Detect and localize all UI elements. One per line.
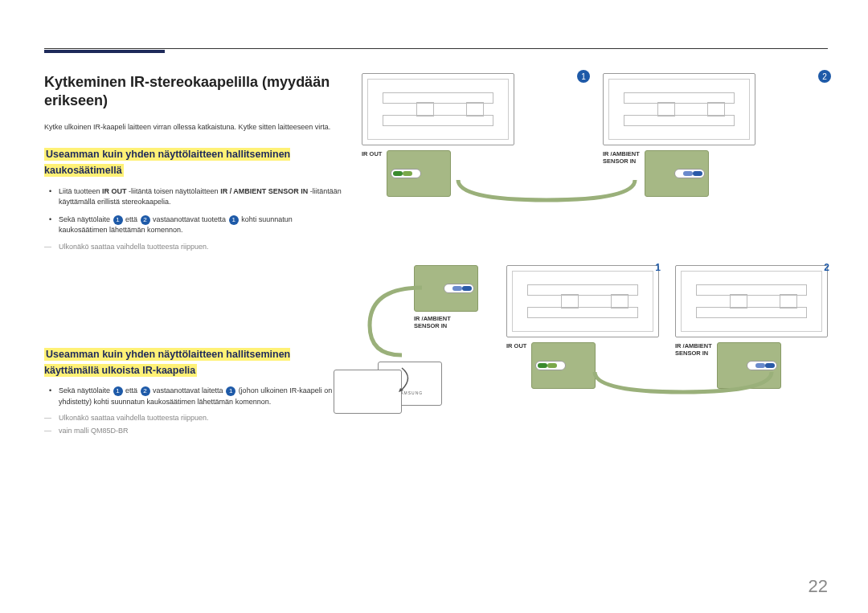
ref-badge-2-icon: 2 xyxy=(141,386,150,396)
section2-list: Sekä näyttölaite 1 että 2 vastaanottavat… xyxy=(44,386,342,407)
label-line: IR /AMBIENT xyxy=(603,150,640,157)
port-label-ir-out: IR OUT xyxy=(506,342,526,349)
diagram-row-2: IR /AMBIENT SENSOR IN SAMSUNG 1 xyxy=(362,265,828,406)
jack-plug-icon xyxy=(674,169,705,178)
display-1: 1 IR OUT xyxy=(362,73,587,197)
port-row: IR /AMBIENT SENSOR IN xyxy=(675,342,828,389)
section1-note: Ulkonäkö saattaa vaihdella tuotteesta ri… xyxy=(44,243,342,251)
display-panel-icon xyxy=(506,265,659,337)
li-text: että xyxy=(124,215,140,223)
port-label-ir-ambient: IR /AMBIENT SENSOR IN xyxy=(603,150,640,165)
ref-badge-1-icon: 1 xyxy=(113,386,123,396)
port-row: IR OUT xyxy=(506,342,659,389)
li-text: vastaanottavat laitetta xyxy=(151,386,226,394)
right-column: 1 IR OUT 2 IR /AMBIENT SENSOR IN xyxy=(362,73,828,438)
section1-heading: Useamman kuin yhden näyttölaitteen halli… xyxy=(44,149,290,176)
li-text: Sekä näyttölaite xyxy=(59,386,113,394)
section2-note1: Ulkonäkö saattaa vaihdella tuotteesta ri… xyxy=(44,414,342,422)
ref-badge-1-icon: 1 xyxy=(229,215,239,225)
section1-heading-text: Useamman kuin yhden näyttölaitteen halli… xyxy=(44,148,290,177)
port-ir-out-icon xyxy=(387,150,451,197)
li-bold: IR / AMBIENT SENSOR IN xyxy=(220,187,308,195)
badge-2-icon: 2 xyxy=(818,70,831,83)
badge-1-icon: 1 xyxy=(577,70,590,83)
section1-list: Liitä tuotteen IR OUT -liitäntä toisen n… xyxy=(44,186,342,236)
port-row: IR /AMBIENT SENSOR IN xyxy=(603,150,828,197)
section1-heading-wrap: Useamman kuin yhden näyttölaitteen halli… xyxy=(44,146,342,178)
label-line: SENSOR IN xyxy=(603,157,636,165)
display-2: 2 IR /AMBIENT SENSOR IN xyxy=(603,73,828,197)
jack-plug-icon xyxy=(747,361,777,370)
port-ir-in-icon xyxy=(717,342,781,389)
label-line: IR /AMBIENT xyxy=(675,342,712,349)
label-line: SENSOR IN xyxy=(675,349,708,357)
ref-badge-2-icon: 2 xyxy=(141,215,150,225)
ref-badge-1-icon: 1 xyxy=(113,215,123,225)
li-text: vastaanottavat tuotetta xyxy=(151,215,228,223)
port-label-ir-ambient: IR /AMBIENT SENSOR IN xyxy=(675,342,712,357)
section2-heading-text: Useamman kuin yhden näyttölaitteen halli… xyxy=(44,348,290,377)
port-row: IR OUT xyxy=(362,150,587,197)
label-line: IR /AMBIENT xyxy=(414,315,451,322)
li-text: -liitäntä toisen näyttölaitteen xyxy=(127,187,221,195)
section2-heading: Useamman kuin yhden näyttölaitteen halli… xyxy=(44,349,290,376)
accent-bar xyxy=(44,50,165,53)
num-1: 1 xyxy=(655,262,661,273)
page-title: Kytkeminen IR-stereokaapelilla (myydään … xyxy=(44,73,342,111)
port-ir-out-icon xyxy=(531,342,596,389)
content-columns: Kytkeminen IR-stereokaapelilla (myydään … xyxy=(44,73,828,438)
jack-plug-icon xyxy=(391,169,421,178)
li-text: että xyxy=(124,386,140,394)
jack-plug-icon xyxy=(535,361,566,370)
section2-note2: vain malli QM85D-BR xyxy=(44,427,342,435)
port-label-ir-out: IR OUT xyxy=(362,150,382,157)
remote-box-icon xyxy=(334,370,402,414)
list-item: Liitä tuotteen IR OUT -liitäntä toisen n… xyxy=(59,186,342,208)
ref-badge-1-icon: 1 xyxy=(226,386,235,396)
page-number: 22 xyxy=(809,576,828,597)
port-ir-in-icon xyxy=(645,150,709,197)
list-item: Sekä näyttölaite 1 että 2 vastaanottavat… xyxy=(59,386,342,407)
intro-text: Kytke ulkoinen IR-kaapeli laitteen virra… xyxy=(44,122,342,133)
external-receiver-column: IR /AMBIENT SENSOR IN SAMSUNG xyxy=(362,265,490,406)
display-panel-icon xyxy=(362,73,514,145)
section2-heading-wrap: Useamman kuin yhden näyttölaitteen halli… xyxy=(44,346,342,378)
port-ir-in-top-icon xyxy=(414,265,478,312)
display-1b: 1 IR OUT xyxy=(506,265,659,389)
display-2b: 2 IR /AMBIENT SENSOR IN xyxy=(675,265,828,389)
li-text: Sekä näyttölaite xyxy=(59,215,113,223)
label-line: SENSOR IN xyxy=(414,322,447,329)
display-panel-icon xyxy=(603,73,755,145)
display-panel-icon xyxy=(675,265,828,337)
list-item: Sekä näyttölaite 1 että 2 vastaanottavat… xyxy=(59,215,342,236)
num-2: 2 xyxy=(824,262,829,273)
li-bold: IR OUT xyxy=(102,187,127,195)
li-text: Liitä tuotteen xyxy=(59,187,102,195)
diagram-row-1: 1 IR OUT 2 IR /AMBIENT SENSOR IN xyxy=(362,73,828,197)
left-column: Kytkeminen IR-stereokaapelilla (myydään … xyxy=(44,73,342,438)
top-rule xyxy=(44,48,828,49)
port-label-ir-ambient: IR /AMBIENT SENSOR IN xyxy=(414,315,490,329)
jack-plug-icon xyxy=(444,284,474,293)
